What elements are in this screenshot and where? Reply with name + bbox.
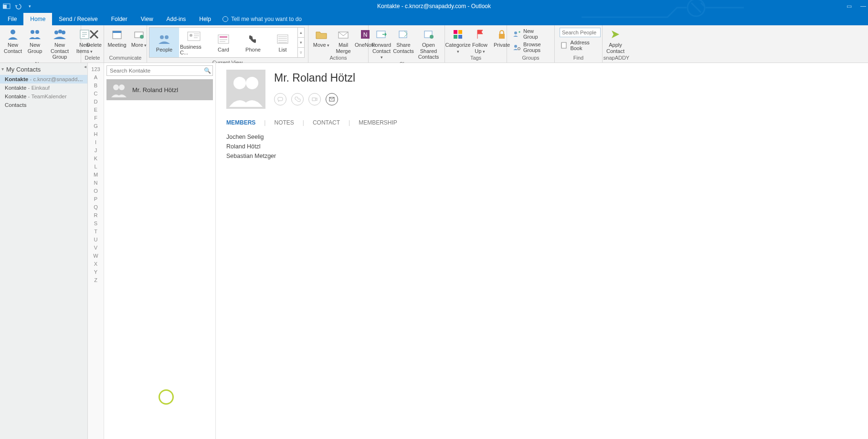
follow-up-button[interactable]: Follow Up bbox=[469, 26, 491, 55]
alpha-index-t[interactable]: T bbox=[88, 227, 104, 235]
gallery-scroll-up[interactable]: ▴ bbox=[298, 28, 304, 38]
ribbon-display-options-icon[interactable]: ▭ bbox=[847, 3, 852, 10]
alpha-index-k[interactable]: K bbox=[88, 154, 104, 162]
move-button[interactable]: Move bbox=[310, 26, 332, 49]
nav-header[interactable]: My Contacts bbox=[0, 63, 87, 75]
alpha-index-v[interactable]: V bbox=[88, 243, 104, 251]
alpha-index-x[interactable]: X bbox=[88, 260, 104, 268]
tab-addins[interactable]: Add-ins bbox=[160, 13, 193, 25]
open-shared-contacts-button[interactable]: Open Shared Contacts bbox=[414, 26, 443, 61]
alpha-index-h[interactable]: H bbox=[88, 130, 104, 138]
alpha-index-i[interactable]: I bbox=[88, 138, 104, 146]
undo-icon[interactable] bbox=[14, 2, 22, 10]
view-list[interactable]: List bbox=[268, 28, 297, 57]
alpha-index-w[interactable]: W bbox=[88, 251, 104, 260]
new-contact-button[interactable]: New Contact bbox=[2, 26, 24, 55]
window-title: Kontakte - c.knorz@snapaddy.com - Outloo… bbox=[377, 3, 491, 10]
apply-contact-button[interactable]: Apply Contact bbox=[604, 26, 626, 55]
alpha-index-f[interactable]: F bbox=[88, 114, 104, 122]
alpha-index-q[interactable]: Q bbox=[88, 203, 104, 211]
tab-folder[interactable]: Folder bbox=[105, 13, 134, 25]
search-contacts-input[interactable] bbox=[107, 68, 202, 73]
tab-contact[interactable]: CONTACT bbox=[313, 119, 340, 127]
forward-contact-button[interactable]: Forward Contact bbox=[370, 26, 392, 61]
alpha-index-a[interactable]: A bbox=[88, 73, 104, 81]
gallery-scroll-down[interactable]: ▾ bbox=[298, 38, 304, 48]
im-action-icon[interactable] bbox=[274, 93, 286, 105]
alpha-index-e[interactable]: E bbox=[88, 105, 104, 114]
tab-membership[interactable]: MEMBERSHIP bbox=[359, 119, 397, 127]
people-plus-icon bbox=[513, 30, 520, 38]
card-icon bbox=[215, 32, 232, 46]
call-action-icon[interactable] bbox=[291, 93, 304, 105]
search-people-input[interactable] bbox=[560, 30, 600, 35]
view-business-card[interactable]: Business C... bbox=[179, 28, 209, 57]
current-view-gallery: People Business C... Card Phone bbox=[149, 27, 305, 58]
alpha-index-y[interactable]: Y bbox=[88, 268, 104, 276]
alpha-index-j[interactable]: J bbox=[88, 146, 104, 154]
alpha-index-u[interactable]: U bbox=[88, 235, 104, 243]
share-contacts-button[interactable]: Share Contacts bbox=[392, 26, 414, 55]
contact-list-item[interactable]: Mr. Roland Hötzl bbox=[106, 79, 213, 100]
search-contacts-box[interactable]: 🔍 bbox=[106, 65, 213, 76]
alpha-index-o[interactable]: O bbox=[88, 187, 104, 195]
alpha-index-g[interactable]: G bbox=[88, 122, 104, 130]
svg-rect-44 bbox=[312, 98, 316, 101]
new-contact-group-button[interactable]: New Contact Group bbox=[46, 26, 74, 61]
tab-home[interactable]: Home bbox=[23, 13, 52, 25]
tab-send-receive[interactable]: Send / Receive bbox=[52, 13, 104, 25]
reading-pane: Mr. Roland Hötzl MEMBERS | NOTES | CONTA… bbox=[216, 63, 868, 439]
alpha-index-p[interactable]: P bbox=[88, 195, 104, 203]
business-card-icon bbox=[185, 30, 202, 43]
delete-button[interactable]: Delete bbox=[83, 26, 105, 49]
tab-help[interactable]: Help bbox=[192, 13, 218, 25]
member-item[interactable]: Roland Hötzl bbox=[226, 143, 857, 150]
svg-point-13 bbox=[140, 35, 144, 39]
alpha-index-n[interactable]: N bbox=[88, 178, 104, 187]
email-action-icon[interactable] bbox=[326, 93, 338, 105]
group-label-communicate: Communicate bbox=[104, 55, 147, 63]
nav-folder-item[interactable]: Kontakte - c.knorz@snapaddy.com bbox=[0, 75, 87, 84]
address-book-link[interactable]: Address Book bbox=[560, 39, 601, 52]
qat-customize-icon[interactable]: ▾ bbox=[26, 2, 33, 10]
alpha-index-123[interactable]: 123 bbox=[88, 65, 104, 73]
alpha-index-r[interactable]: R bbox=[88, 211, 104, 219]
member-item[interactable]: Jochen Seelig bbox=[226, 134, 857, 140]
alpha-index-c[interactable]: C bbox=[88, 89, 104, 97]
brand-decoration bbox=[582, 0, 744, 22]
tab-members[interactable]: MEMBERS bbox=[226, 119, 255, 127]
tab-view[interactable]: View bbox=[134, 13, 160, 25]
new-group-link[interactable]: New Group bbox=[512, 28, 550, 40]
browse-groups-link[interactable]: Browse Groups bbox=[512, 41, 550, 53]
video-action-icon[interactable] bbox=[308, 93, 321, 105]
nav-folder-item[interactable]: Contacts bbox=[0, 101, 87, 109]
alpha-index-m[interactable]: M bbox=[88, 170, 104, 178]
alpha-index-s[interactable]: S bbox=[88, 219, 104, 227]
tell-me-search[interactable]: Tell me what you want to do bbox=[218, 13, 307, 25]
svg-point-7 bbox=[58, 30, 62, 33]
search-people-box[interactable] bbox=[560, 28, 601, 37]
categorize-button[interactable]: Categorize bbox=[447, 26, 469, 55]
search-icon[interactable]: 🔍 bbox=[202, 67, 212, 74]
svg-rect-32 bbox=[499, 34, 505, 39]
minimize-icon[interactable]: — bbox=[860, 3, 866, 10]
member-item[interactable]: Sebastian Metzger bbox=[226, 153, 857, 159]
tab-notes[interactable]: NOTES bbox=[274, 119, 294, 127]
outlook-icon bbox=[3, 2, 11, 10]
tab-file[interactable]: File bbox=[1, 13, 23, 25]
new-group-button[interactable]: New Group bbox=[24, 26, 46, 55]
nav-folder-item[interactable]: Kontakte - Einkauf bbox=[0, 84, 87, 92]
mail-merge-button[interactable]: Mail Merge bbox=[332, 26, 354, 55]
view-people[interactable]: People bbox=[149, 28, 179, 57]
nav-folder-item[interactable]: Kontakte - TeamKalender bbox=[0, 92, 87, 101]
alpha-index-l[interactable]: L bbox=[88, 162, 104, 170]
person-icon bbox=[5, 27, 21, 42]
gallery-more[interactable]: ▿ bbox=[298, 48, 304, 57]
view-phone[interactable]: Phone bbox=[238, 28, 268, 57]
view-card[interactable]: Card bbox=[209, 28, 238, 57]
alpha-index-z[interactable]: Z bbox=[88, 276, 104, 284]
alpha-index-b[interactable]: B bbox=[88, 81, 104, 89]
meeting-button[interactable]: Meeting bbox=[106, 26, 128, 49]
collapse-nav-icon[interactable]: ◂ bbox=[84, 64, 86, 69]
alpha-index-d[interactable]: D bbox=[88, 97, 104, 105]
